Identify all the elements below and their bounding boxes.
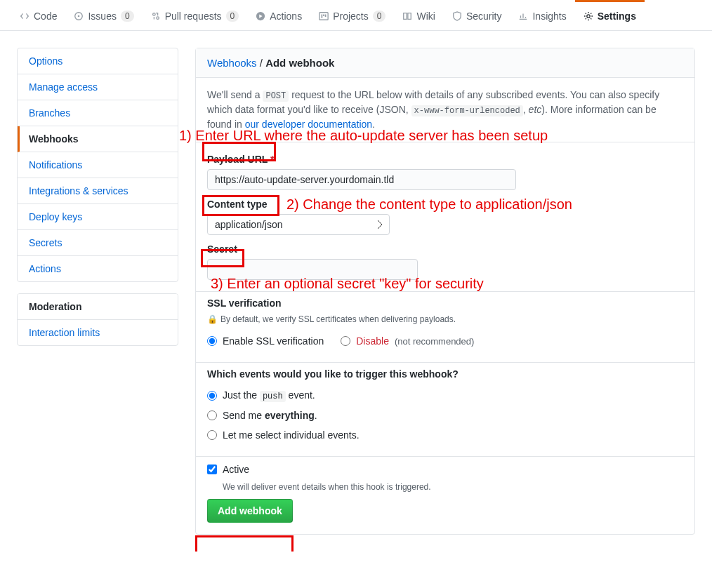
- sidebar-item-notifications[interactable]: Notifications: [18, 152, 178, 178]
- payload-url-label: Payload URL *: [207, 154, 683, 165]
- sidebar-item-manage-access[interactable]: Manage access: [18, 74, 178, 100]
- issue-icon: [74, 11, 84, 21]
- secret-label: Secret: [207, 243, 683, 255]
- sidebar-item-options[interactable]: Options: [18, 48, 178, 74]
- main: Webhooks / Add webhook We'll send a POST…: [195, 48, 695, 535]
- tab-label: Wiki: [416, 11, 435, 22]
- code-post: POST: [263, 91, 289, 102]
- breadcrumb: Webhooks / Add webhook: [196, 48, 694, 78]
- secret-input[interactable]: [207, 259, 418, 280]
- active-checkbox-row[interactable]: Active: [207, 460, 683, 479]
- payload-url-input[interactable]: [207, 169, 516, 190]
- tab-count: 0: [121, 11, 134, 22]
- book-icon: [402, 11, 412, 21]
- tab-projects[interactable]: Projects 0: [310, 0, 394, 30]
- tab-label: Code: [34, 11, 57, 22]
- tab-label: Issues: [88, 11, 116, 22]
- sidebar-item-webhooks[interactable]: Webhooks: [18, 126, 178, 152]
- play-icon: [256, 11, 265, 21]
- tab-label: Security: [466, 11, 502, 22]
- event-select-input[interactable]: [207, 430, 217, 440]
- container: Options Manage access Branches Webhooks …: [0, 31, 712, 552]
- intro-text: We'll send a POST request to the URL bel…: [196, 78, 694, 142]
- event-everything-radio[interactable]: Send me everything.: [207, 406, 683, 425]
- active-checkbox[interactable]: [207, 465, 217, 474]
- moderation-menu: Moderation Interaction limits: [17, 293, 178, 346]
- ssl-hint: 🔒By default, we verify SSL certificates …: [207, 314, 683, 324]
- content-type-label: Content type: [207, 199, 683, 210]
- lock-icon: 🔒: [207, 314, 218, 324]
- event-push-radio[interactable]: Just the push event.: [207, 385, 683, 406]
- breadcrumb-current: Add webhook: [265, 57, 334, 69]
- add-webhook-button[interactable]: Add webhook: [207, 499, 293, 523]
- form-main: Payload URL * Content type application/j…: [196, 142, 694, 292]
- moderation-title: Moderation: [18, 294, 178, 320]
- event-push-input[interactable]: [207, 391, 217, 401]
- sidebar-item-branches[interactable]: Branches: [18, 100, 178, 126]
- graph-icon: [518, 11, 528, 21]
- shield-icon: [452, 11, 462, 21]
- tab-label: Projects: [333, 11, 369, 22]
- tab-count: 0: [373, 11, 386, 22]
- tab-label: Settings: [598, 11, 636, 22]
- sidebar-item-deploy-keys[interactable]: Deploy keys: [18, 204, 178, 230]
- active-section: Active We will deliver event details whe…: [196, 457, 694, 534]
- tab-wiki[interactable]: Wiki: [394, 0, 443, 30]
- tab-insights[interactable]: Insights: [510, 0, 574, 30]
- ssl-enable-radio[interactable]: Enable SSL verification: [207, 331, 324, 351]
- code-urlencoded: x-www-form-urlencoded: [411, 105, 523, 116]
- redbox-4: [195, 535, 294, 552]
- ssl-disable-radio[interactable]: Disable (not recommended): [341, 331, 474, 351]
- sidebar-item-integrations[interactable]: Integrations & services: [18, 178, 178, 204]
- sidebar-item-actions[interactable]: Actions: [18, 256, 178, 281]
- sidebar: Options Manage access Branches Webhooks …: [17, 48, 178, 535]
- breadcrumb-sep: /: [257, 57, 266, 69]
- ssl-title: SSL verification: [207, 298, 683, 309]
- tab-count: 0: [226, 11, 239, 22]
- code-icon: [20, 11, 29, 21]
- tab-label: Actions: [270, 11, 302, 22]
- events-section: Which events would you like to trigger t…: [196, 363, 694, 457]
- ssl-section: SSL verification 🔒By default, we verify …: [196, 292, 694, 363]
- pr-icon: [151, 11, 161, 21]
- events-title: Which events would you like to trigger t…: [207, 368, 683, 380]
- webhook-panel: Webhooks / Add webhook We'll send a POST…: [195, 48, 695, 535]
- breadcrumb-root[interactable]: Webhooks: [207, 57, 257, 69]
- sidebar-item-secrets[interactable]: Secrets: [18, 230, 178, 256]
- docs-link[interactable]: our developer documentation: [245, 119, 372, 130]
- tab-issues[interactable]: Issues 0: [65, 0, 142, 30]
- tab-label: Insights: [532, 11, 566, 22]
- tab-code[interactable]: Code: [11, 0, 65, 30]
- event-everything-input[interactable]: [207, 410, 217, 420]
- svg-point-1: [78, 15, 80, 18]
- ssl-disable-input[interactable]: [341, 336, 350, 346]
- sidebar-item-interaction-limits[interactable]: Interaction limits: [18, 320, 178, 345]
- project-icon: [319, 11, 329, 21]
- tab-label: Pull requests: [165, 11, 222, 22]
- event-select-radio[interactable]: Let me select individual events.: [207, 425, 683, 445]
- active-hint: We will deliver event details when this …: [223, 482, 683, 492]
- svg-point-4: [587, 15, 590, 18]
- settings-menu: Options Manage access Branches Webhooks …: [17, 48, 178, 282]
- content-type-select[interactable]: application/json: [207, 214, 390, 235]
- tab-security[interactable]: Security: [444, 0, 510, 30]
- tab-pullrequests[interactable]: Pull requests 0: [143, 0, 248, 30]
- tab-settings[interactable]: Settings: [575, 0, 645, 30]
- tab-actions[interactable]: Actions: [247, 0, 310, 30]
- ssl-enable-input[interactable]: [207, 336, 217, 346]
- gear-icon: [584, 11, 593, 21]
- repo-nav: Code Issues 0 Pull requests 0 Actions Pr…: [0, 0, 712, 31]
